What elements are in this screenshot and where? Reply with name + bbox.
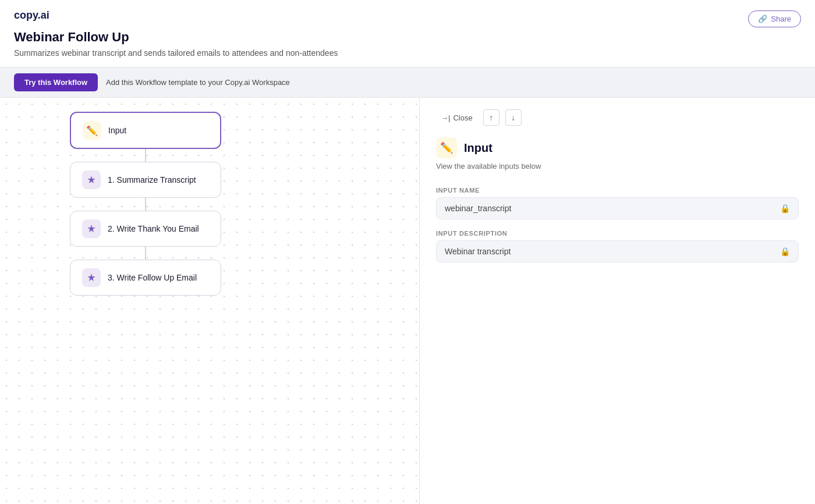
link-icon: 🔗 xyxy=(758,15,767,23)
panel-nav-down-button[interactable]: ↓ xyxy=(505,109,522,126)
panel-nav-up-button[interactable]: ↑ xyxy=(483,109,499,126)
node-follow-up-label: 3. Write Follow Up Email xyxy=(108,273,197,282)
workflow-canvas: ✏️ Input 1. Summarize Transcript xyxy=(0,98,419,504)
lock-icon-2: 🔒 xyxy=(780,247,790,256)
logo: copy.ai xyxy=(14,9,801,22)
lock-icon: 🔒 xyxy=(780,204,790,213)
panel-subtitle: View the available inputs below xyxy=(436,162,799,171)
toolbar-message: Add this Workflow template to your Copy.… xyxy=(106,78,290,87)
right-panel: →| Close ↑ ↓ ✏️ Input View the available… xyxy=(419,98,815,504)
down-arrow-icon: ↓ xyxy=(511,113,515,122)
node-thank-you-icon xyxy=(82,219,101,238)
header: copy.ai Webinar Follow Up Summarizes web… xyxy=(0,0,815,58)
panel-nav: →| Close ↑ ↓ xyxy=(436,109,799,126)
input-name-label: INPUT NAME xyxy=(436,187,799,194)
input-description-group: INPUT DESCRIPTION Webinar transcript 🔒 xyxy=(436,230,799,262)
workflow-nodes: ✏️ Input 1. Summarize Transcript xyxy=(70,112,221,296)
input-name-value: webinar_transcript xyxy=(445,204,511,213)
share-button[interactable]: 🔗 Share xyxy=(748,10,801,27)
try-workflow-button[interactable]: Try this Workflow xyxy=(14,73,98,91)
main-area: ✏️ Input 1. Summarize Transcript xyxy=(0,98,815,504)
input-description-field: Webinar transcript 🔒 xyxy=(436,240,799,262)
node-thank-you[interactable]: 2. Write Thank You Email xyxy=(70,211,221,247)
node-input-label: Input xyxy=(108,126,126,135)
input-description-value: Webinar transcript xyxy=(445,247,511,256)
toolbar-bar: Try this Workflow Add this Workflow temp… xyxy=(0,67,815,98)
panel-title: Input xyxy=(464,141,492,155)
input-description-label: INPUT DESCRIPTION xyxy=(436,230,799,237)
connector-2-3 xyxy=(145,247,146,260)
node-summarize-label: 1. Summarize Transcript xyxy=(108,175,196,184)
node-follow-up[interactable]: 3. Write Follow Up Email xyxy=(70,260,221,296)
input-name-field: webinar_transcript 🔒 xyxy=(436,197,799,219)
panel-icon: ✏️ xyxy=(436,137,457,158)
input-name-group: INPUT NAME webinar_transcript 🔒 xyxy=(436,187,799,219)
close-arrow-icon: →| xyxy=(441,113,450,122)
up-arrow-icon: ↑ xyxy=(489,113,493,122)
panel-header: ✏️ Input xyxy=(436,137,799,158)
connector-1-2 xyxy=(145,198,146,211)
node-summarize[interactable]: 1. Summarize Transcript xyxy=(70,162,221,198)
node-thank-you-label: 2. Write Thank You Email xyxy=(108,224,199,233)
share-label: Share xyxy=(771,15,791,23)
connector-0-1 xyxy=(145,149,146,162)
node-input[interactable]: ✏️ Input xyxy=(70,112,221,149)
node-input-icon: ✏️ xyxy=(83,121,101,140)
page-description: Summarizes webinar transcript and sends … xyxy=(14,48,801,58)
page-title: Webinar Follow Up xyxy=(14,30,801,45)
node-summarize-icon xyxy=(82,171,101,189)
panel-close-button[interactable]: →| Close xyxy=(436,111,477,125)
node-follow-up-icon xyxy=(82,268,101,287)
close-label: Close xyxy=(453,113,472,122)
